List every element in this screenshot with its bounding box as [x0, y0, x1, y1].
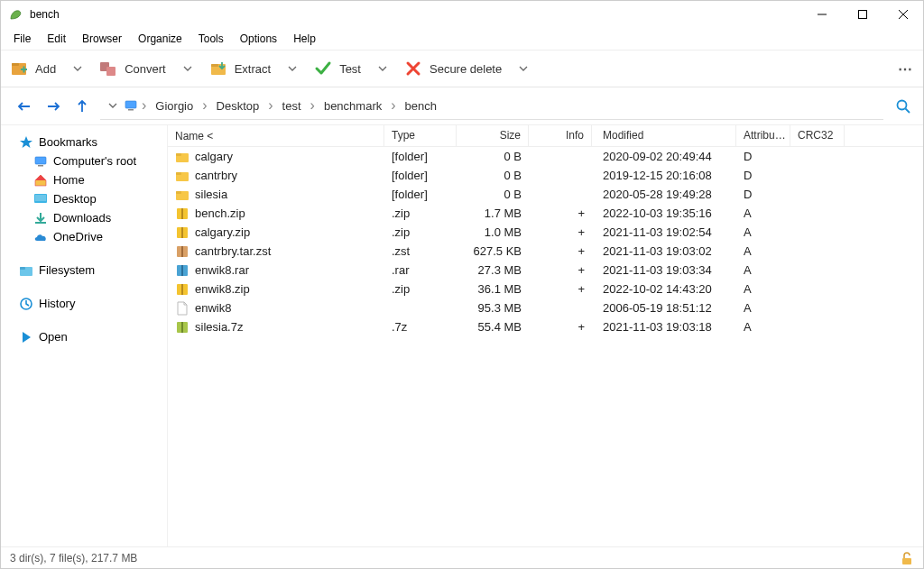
menu-file[interactable]: File [6, 31, 38, 47]
crumb-sep: › [310, 97, 315, 114]
file-name: calgary.zip [195, 225, 250, 239]
file-attr: A [736, 282, 790, 296]
menu-options[interactable]: Options [233, 31, 284, 47]
chevron-down-icon[interactable] [516, 61, 531, 76]
secure-delete-button[interactable]: Secure delete [404, 60, 531, 78]
forward-button[interactable] [42, 96, 64, 117]
computer-label: Computer's root [53, 154, 136, 168]
sidebar-item-computer[interactable]: Computer's root [5, 151, 163, 170]
add-button[interactable]: Add [10, 60, 85, 78]
add-icon [10, 60, 28, 78]
minimize-button[interactable] [801, 1, 842, 28]
up-button[interactable] [71, 96, 93, 117]
menu-help[interactable]: Help [286, 31, 323, 47]
file-row[interactable]: calgary[folder]0 B2020-09-02 20:49:44D [168, 147, 923, 166]
maximize-button[interactable] [842, 1, 882, 28]
col-size[interactable]: Size [457, 125, 529, 146]
file-size: 0 B [457, 150, 529, 163]
computer-icon[interactable] [124, 98, 138, 113]
menu-organize[interactable]: Organize [131, 31, 189, 47]
file-size: 1.0 MB [457, 225, 529, 239]
sidebar-item-bookmarks[interactable]: Bookmarks [5, 133, 163, 151]
sidebar-item-desktop[interactable]: Desktop [5, 189, 163, 208]
file-row[interactable]: cantrbry.tar.zst.zst627.5 KB+2021-11-03 … [168, 242, 923, 261]
col-attributes[interactable]: Attribu… [736, 125, 790, 146]
file-type: .7z [384, 320, 457, 334]
menu-edit[interactable]: Edit [40, 31, 73, 47]
chevron-down-icon[interactable] [375, 61, 390, 76]
file-size: 27.3 MB [457, 263, 529, 277]
svg-rect-12 [35, 157, 46, 164]
chevron-down-icon[interactable] [70, 61, 85, 76]
file-row[interactable]: bench.zip.zip1.7 MB+2022-10-03 19:35:16A [168, 204, 923, 223]
sidebar-item-onedrive[interactable]: OneDrive [5, 227, 163, 246]
navbar: › Giorgio › Desktop › test › benchmark ›… [1, 87, 923, 125]
main-area: Bookmarks Computer's root Home Desktop D… [1, 125, 923, 546]
chevron-down-icon[interactable] [285, 61, 300, 76]
crumb-sep: › [268, 97, 273, 114]
convert-button[interactable]: Convert [99, 60, 195, 78]
desktop-icon [33, 192, 48, 206]
history-icon [19, 297, 33, 311]
crumb-test[interactable]: test [277, 97, 307, 115]
arc-icon [175, 244, 189, 259]
chevron-down-icon[interactable] [106, 98, 120, 113]
close-button[interactable] [882, 1, 923, 28]
extract-button[interactable]: Extract [209, 60, 300, 78]
file-type: [folder] [384, 169, 457, 182]
col-crc32[interactable]: CRC32 [790, 125, 845, 146]
chevron-down-icon[interactable] [180, 61, 195, 76]
sidebar-item-open[interactable]: Open [5, 327, 163, 346]
file-row[interactable]: calgary.zip.zip1.0 MB+2021-11-03 19:02:5… [168, 223, 923, 242]
col-name[interactable]: Name < [168, 125, 384, 146]
file-size: 0 B [457, 169, 529, 182]
file-row[interactable]: enwik8.zip.zip36.1 MB+2022-10-02 14:43:2… [168, 280, 923, 298]
back-button[interactable] [14, 96, 35, 117]
lock-icon[interactable] [900, 551, 914, 565]
search-button[interactable] [891, 94, 916, 119]
menu-tools[interactable]: Tools [191, 31, 231, 47]
sidebar-item-downloads[interactable]: Downloads [5, 208, 163, 227]
svg-rect-21 [176, 153, 181, 156]
file-attr: A [736, 301, 790, 315]
file-info: + [529, 206, 592, 220]
crumb-sep: › [391, 97, 395, 114]
open-label: Open [39, 330, 68, 344]
titlebar: bench [1, 1, 923, 28]
file-info: + [529, 244, 592, 258]
sidebar-item-filesystem[interactable]: Filesystem [5, 261, 163, 280]
file-row[interactable]: enwik8.rar.rar27.3 MB+2021-11-03 19:03:3… [168, 261, 923, 280]
file-info: + [529, 282, 592, 296]
sidebar-item-home[interactable]: Home [5, 170, 163, 189]
crumb-bench[interactable]: bench [400, 97, 442, 115]
crumb-desktop[interactable]: Desktop [211, 97, 265, 115]
svg-point-11 [898, 100, 907, 109]
col-info[interactable]: Info [529, 125, 592, 146]
svg-rect-31 [181, 246, 183, 257]
more-button[interactable]: ⋯ [898, 60, 914, 78]
file-modified: 2022-10-02 14:43:20 [592, 282, 736, 296]
file-row[interactable]: enwik895.3 MB2006-05-19 18:51:12A [168, 298, 923, 317]
crumb-giorgio[interactable]: Giorgio [150, 97, 199, 115]
breadcrumb[interactable]: › Giorgio › Desktop › test › benchmark ›… [100, 93, 883, 120]
menu-browser[interactable]: Browser [75, 31, 129, 47]
zip-icon [175, 282, 189, 297]
test-button[interactable]: Test [314, 60, 390, 78]
crumb-benchmark[interactable]: benchmark [319, 97, 387, 115]
svg-rect-35 [181, 284, 183, 295]
file-attr: A [736, 244, 790, 258]
file-info: + [529, 225, 592, 239]
app-icon [8, 7, 23, 22]
statusbar: 3 dir(s), 7 file(s), 217.7 MB [1, 546, 923, 568]
col-modified[interactable]: Modified [592, 125, 736, 146]
file-row[interactable]: silesia[folder]0 B2020-05-28 19:49:28D [168, 185, 923, 204]
onedrive-label: OneDrive [53, 230, 103, 243]
column-headers: Name < Type Size Info Modified Attribu… … [168, 125, 923, 147]
file-row[interactable]: cantrbry[folder]0 B2019-12-15 20:16:08D [168, 166, 923, 185]
zip-icon [175, 206, 189, 221]
file-rows: calgary[folder]0 B2020-09-02 20:49:44Dca… [168, 147, 923, 546]
file-row[interactable]: silesia.7z.7z55.4 MB+2021-11-03 19:03:18… [168, 317, 923, 336]
sidebar-item-history[interactable]: History [5, 294, 163, 313]
col-type[interactable]: Type [384, 125, 457, 146]
svg-rect-23 [176, 172, 181, 175]
